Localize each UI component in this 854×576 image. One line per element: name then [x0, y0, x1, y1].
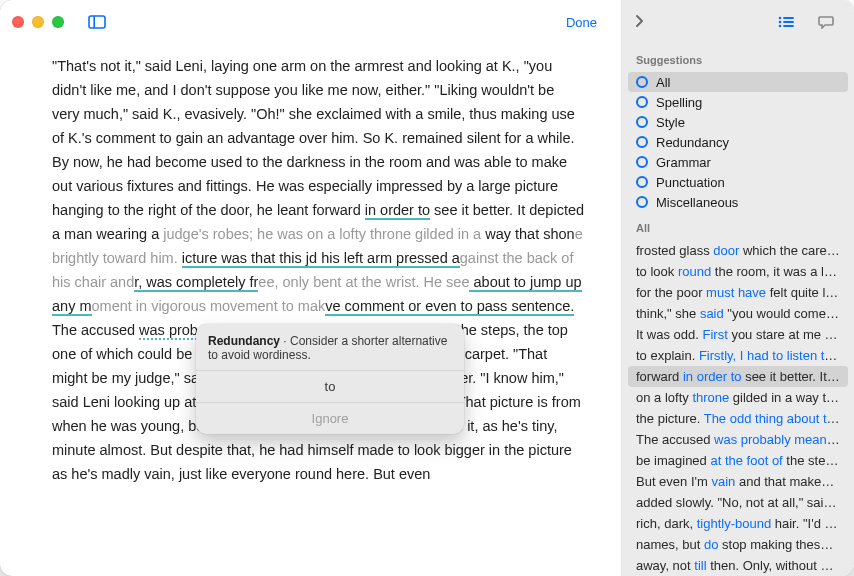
suggestion-item[interactable]: frosted glass door which the carer…: [628, 240, 848, 261]
filter-label: Spelling: [656, 95, 702, 110]
suggestion-item[interactable]: It was odd. First you stare at me as…: [628, 324, 848, 345]
popover-ignore[interactable]: Ignore: [196, 402, 464, 434]
minimize-window-button[interactable]: [32, 16, 44, 28]
window-controls: [12, 16, 72, 28]
obscured-text: on a lofty throne gilded in a: [307, 226, 481, 242]
suggestion-highlight-in-order-to[interactable]: in order to: [365, 202, 430, 220]
suggestions-sidebar: Suggestions AllSpellingStyleRedundancyGr…: [622, 0, 854, 576]
radio-icon: [636, 156, 648, 168]
view-list-button[interactable]: [770, 9, 802, 35]
filter-label: Redundancy: [656, 135, 729, 150]
popover-apply-suggestion[interactable]: to: [196, 370, 464, 402]
comment-icon: [818, 15, 834, 29]
suggestion-list[interactable]: frosted glass door which the carer…to lo…: [622, 240, 854, 576]
app-window: Done "That's not it," said Leni, laying …: [0, 0, 854, 576]
filter-grammar[interactable]: Grammar: [628, 152, 848, 172]
sidebar-back-button[interactable]: [634, 12, 644, 33]
list-section-title: All: [622, 212, 854, 240]
filter-punctuation[interactable]: Punctuation: [628, 172, 848, 192]
filter-all[interactable]: All: [628, 72, 848, 92]
radio-icon: [636, 176, 648, 188]
filter-redundancy[interactable]: Redundancy: [628, 132, 848, 152]
obscured-text: oment in vigorous movement to mak: [92, 298, 326, 314]
suggestion-item[interactable]: forward in order to see it better. It d…: [628, 366, 848, 387]
suggestion-item[interactable]: for the poor must have felt quite los…: [628, 282, 848, 303]
done-button[interactable]: Done: [554, 9, 609, 35]
svg-point-4: [779, 21, 782, 24]
main-pane: Done "That's not it," said Leni, laying …: [0, 0, 622, 576]
suggestion-item[interactable]: the picture. The odd thing about th…: [628, 408, 848, 429]
suggestion-item[interactable]: think," she said "you would come o…: [628, 303, 848, 324]
popover-category: Redundancy: [208, 334, 280, 348]
suggestion-item[interactable]: But even I'm vain and that makes m…: [628, 471, 848, 492]
radio-icon: [636, 196, 648, 208]
sidebar-toolbar: [622, 0, 854, 44]
suggestion-item[interactable]: away, not till then. Only, without hel…: [628, 555, 848, 576]
main-toolbar: Done: [0, 0, 621, 44]
filter-spelling[interactable]: Spelling: [628, 92, 848, 112]
filter-label: Grammar: [656, 155, 711, 170]
radio-icon: [636, 136, 648, 148]
filter-style[interactable]: Style: [628, 112, 848, 132]
radio-icon: [636, 116, 648, 128]
zoom-window-button[interactable]: [52, 16, 64, 28]
suggestion-item[interactable]: rich, dark, tightly-bound hair. "I'd b…: [628, 513, 848, 534]
filter-label: Punctuation: [656, 175, 725, 190]
suggestion-item[interactable]: to explain. Firstly, I had to listen to…: [628, 345, 848, 366]
doc-text: ve comment or even to pass sentence.: [325, 298, 574, 316]
doc-text: The accused: [52, 322, 139, 338]
sidebar-icon: [88, 15, 106, 29]
suggestion-popover: Redundancy · Consider a shorter alternat…: [196, 324, 464, 434]
suggestions-section-title: Suggestions: [622, 44, 854, 72]
doc-text: d his left arm pressed a: [309, 250, 460, 268]
toggle-sidebar-button[interactable]: [80, 9, 114, 35]
editor-area[interactable]: "That's not it," said Leni, laying one a…: [0, 44, 621, 576]
filter-label: Miscellaneous: [656, 195, 738, 210]
filter-label: Style: [656, 115, 685, 130]
radio-icon: [636, 76, 648, 88]
popover-header: Redundancy · Consider a shorter alternat…: [196, 324, 464, 370]
doc-text: "That's not it," said Leni, laying one a…: [52, 58, 575, 218]
filter-list: AllSpellingStyleRedundancyGrammarPunctua…: [622, 72, 854, 212]
suggestion-item[interactable]: The accused was probably meant t…: [628, 429, 848, 450]
doc-text: way that shon: [481, 226, 575, 242]
filter-miscellaneous[interactable]: Miscellaneous: [628, 192, 848, 212]
doc-text: r, was completely fr: [134, 274, 258, 292]
radio-icon: [636, 96, 648, 108]
svg-point-6: [779, 25, 782, 28]
suggestion-item[interactable]: be imagined at the foot of the steps…: [628, 450, 848, 471]
view-comments-button[interactable]: [810, 9, 842, 35]
svg-point-2: [779, 17, 782, 20]
doc-text: icture was that this j: [182, 250, 309, 268]
chevron-right-icon: [634, 14, 644, 28]
suggestion-item[interactable]: added slowly. "No, not at all," said…: [628, 492, 848, 513]
suggestion-item[interactable]: on a lofty throne gilded in a way tha…: [628, 387, 848, 408]
obscured-text: judge's robes; he was: [163, 226, 307, 242]
obscured-text: ee, only bent at the wrist. He see: [258, 274, 469, 290]
filter-label: All: [656, 75, 670, 90]
svg-rect-0: [89, 16, 105, 28]
suggestion-item[interactable]: names, but do stop making these m…: [628, 534, 848, 555]
list-icon: [778, 16, 794, 28]
suggestion-item[interactable]: to look round the room, it was a lar…: [628, 261, 848, 282]
close-window-button[interactable]: [12, 16, 24, 28]
